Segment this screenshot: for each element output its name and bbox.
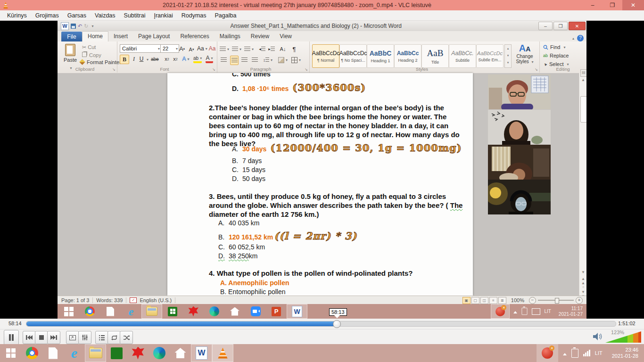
word-minimize-button[interactable]: – xyxy=(538,22,553,30)
next-button[interactable] xyxy=(47,331,60,344)
stop-button[interactable] xyxy=(35,331,48,344)
taskbar-chrome-icon[interactable] xyxy=(21,344,42,362)
network-signal-icon[interactable] xyxy=(583,350,590,356)
vlc-menu-help[interactable]: Pagalba xyxy=(211,10,241,21)
loop-button[interactable] xyxy=(107,331,121,344)
webcam-participant-1[interactable] xyxy=(488,74,551,109)
numbering-button[interactable]: ▾ xyxy=(232,45,241,53)
fullscreen-view-icon[interactable]: ▢ xyxy=(471,297,479,304)
justify-button[interactable] xyxy=(251,56,258,64)
bullets-button[interactable]: ▾ xyxy=(220,45,229,53)
format-painter-button[interactable]: Format Painter xyxy=(80,59,121,65)
style-heading2[interactable]: AaBbCc Heading 2 xyxy=(394,44,421,68)
scroll-down-icon[interactable]: ▼ xyxy=(580,270,586,274)
style-subtitle[interactable]: AaBbCc. Subtitle xyxy=(449,44,476,68)
video-stage[interactable]: W ↶ ↻ ▾ Answer Sheet_Part 1_Mathematics … xyxy=(0,21,644,319)
vlc-menu-video[interactable]: Vaizdas xyxy=(91,10,120,21)
seek-bar[interactable] xyxy=(26,321,616,327)
strikethrough-button[interactable]: abe xyxy=(151,55,159,63)
word-close-button[interactable]: ✕ xyxy=(569,22,586,30)
paste-button[interactable]: Paste ▾ xyxy=(62,44,78,65)
vlc-restore-button[interactable]: ❐ xyxy=(603,0,622,10)
superscript-button[interactable]: x2 xyxy=(172,55,179,63)
paragraph-dialog-launcher[interactable]: ↘ xyxy=(305,68,308,72)
sort-button[interactable]: A↓ xyxy=(279,45,287,53)
copy-button[interactable]: Copy xyxy=(82,52,101,58)
font-color-button[interactable]: A▾ xyxy=(206,55,213,63)
bold-button[interactable]: B xyxy=(120,55,129,64)
redo-icon[interactable]: ↻ xyxy=(84,23,88,29)
find-button[interactable]: Find▾ xyxy=(543,44,565,50)
borders-button[interactable]: ▾ xyxy=(291,56,301,64)
shading-button[interactable]: ▾ xyxy=(278,56,288,64)
taskbar-store-icon[interactable] xyxy=(106,344,127,362)
previous-button[interactable] xyxy=(23,331,36,344)
webcam-participant-2[interactable] xyxy=(488,110,551,145)
tab-view[interactable]: View xyxy=(274,32,297,41)
vlc-menu-playback[interactable]: Grojimas xyxy=(31,10,63,21)
decrease-indent-button[interactable]: ◂ xyxy=(258,45,266,53)
taskbar-word-icon[interactable]: W xyxy=(191,344,212,362)
page-indicator[interactable]: Page: 1 of 3 xyxy=(61,297,89,303)
webcam-participant-4[interactable] xyxy=(488,180,551,214)
undo-icon[interactable]: ↶ xyxy=(78,23,82,29)
scrollbar-thumb[interactable] xyxy=(580,96,586,123)
tab-references[interactable]: References xyxy=(175,32,214,41)
zoom-level[interactable]: 100% xyxy=(511,297,524,303)
tray-app-icon[interactable] xyxy=(537,344,558,362)
word-count[interactable]: Words: 339 xyxy=(96,297,123,303)
tab-review[interactable]: Review xyxy=(246,32,274,41)
grow-font-button[interactable]: A▴ xyxy=(178,44,186,53)
language-indicator[interactable]: English (U.S.) xyxy=(140,297,172,303)
text-effects-button[interactable]: A▾ xyxy=(182,55,190,63)
clipboard-dialog-launcher[interactable]: ↘ xyxy=(112,68,116,72)
pause-button[interactable] xyxy=(4,330,19,345)
browse-object-icon[interactable]: ○ xyxy=(580,285,586,288)
start-button[interactable] xyxy=(0,344,21,362)
style-no-spacing[interactable]: AaBbCcDc ¶ No Spaci... xyxy=(339,44,367,68)
language-indicator[interactable]: LIT xyxy=(595,350,603,356)
save-icon[interactable] xyxy=(71,24,76,29)
web-layout-view-icon[interactable]: ◫ xyxy=(480,297,488,304)
vlc-menu-tools[interactable]: Įrankiai xyxy=(149,10,177,21)
increase-indent-button[interactable]: ▸ xyxy=(268,45,275,53)
scroll-up-icon[interactable]: ▲ xyxy=(580,78,586,82)
replace-button[interactable]: ab Replace xyxy=(543,53,569,58)
vlc-menu-subtitles[interactable]: Subtitrai xyxy=(120,10,150,21)
shuffle-button[interactable] xyxy=(120,331,133,344)
cut-button[interactable]: ✂ Cut xyxy=(82,44,96,50)
taskbar-vlc-icon[interactable] xyxy=(212,344,233,362)
word-restore-button[interactable]: ❐ xyxy=(553,22,568,30)
zoom-slider[interactable]: − + xyxy=(529,297,583,304)
taskbar-home-icon[interactable] xyxy=(170,344,191,362)
tray-expand-icon[interactable] xyxy=(563,351,567,355)
taskbar-ie-icon[interactable]: e xyxy=(64,344,85,362)
taskbar-red-app-icon[interactable] xyxy=(127,344,149,362)
battery-icon[interactable] xyxy=(571,349,578,358)
zoom-in-icon[interactable]: + xyxy=(576,297,583,304)
playlist-button[interactable] xyxy=(95,331,108,344)
zoom-out-icon[interactable]: − xyxy=(529,297,536,304)
taskbar-notepad-icon[interactable] xyxy=(42,344,64,362)
style-subtle-emphasis[interactable]: AaBbCcDc Subtle Em... xyxy=(476,44,504,68)
italic-button[interactable]: I xyxy=(130,55,138,63)
taskbar-explorer-icon[interactable] xyxy=(85,344,106,362)
styles-dialog-launcher[interactable]: ↘ xyxy=(535,68,538,72)
align-left-button[interactable] xyxy=(220,56,227,64)
clear-formatting-button[interactable]: Aa xyxy=(208,44,216,53)
ribbon-collapse-icon[interactable]: ▴ xyxy=(572,36,574,41)
extended-settings-button[interactable] xyxy=(78,331,91,344)
document-page[interactable]: C. 500 times D. 1,08 ·10⁶ times (300*360… xyxy=(167,73,473,296)
highlight-button[interactable]: ab▾ xyxy=(193,55,202,63)
styles-scroll-buttons[interactable]: ▴▾▾ xyxy=(504,44,512,68)
spellcheck-icon[interactable]: ✓ xyxy=(130,297,137,303)
webcam-participant-3[interactable] xyxy=(488,145,551,180)
draft-view-icon[interactable]: ≣ xyxy=(498,297,506,304)
seek-handle[interactable] xyxy=(333,320,341,328)
underline-button[interactable]: U xyxy=(138,55,145,63)
vlc-close-button[interactable]: ✕ xyxy=(622,0,644,10)
style-normal[interactable]: AaBbCcDc ¶ Normal xyxy=(312,44,339,68)
subscript-button[interactable]: x2 xyxy=(163,55,171,63)
volume-icon[interactable] xyxy=(593,332,603,343)
vlc-menu-view[interactable]: Rodymas xyxy=(177,10,211,21)
